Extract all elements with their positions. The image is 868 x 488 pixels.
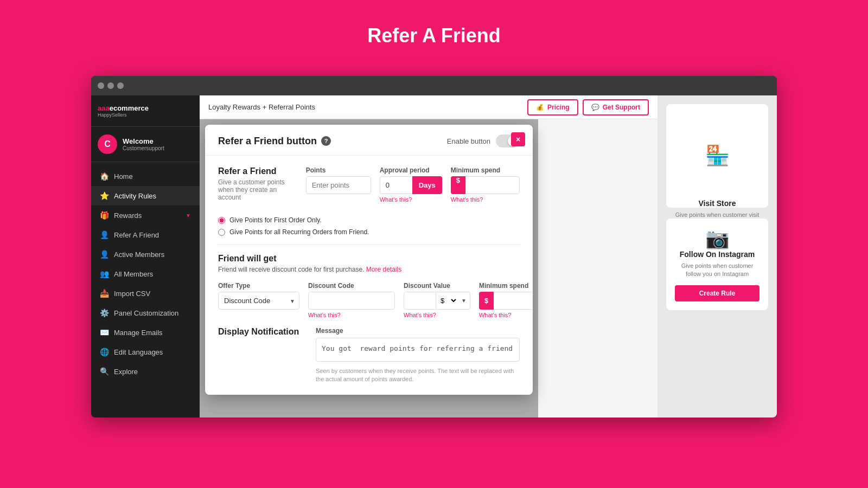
section2-title: Friend will get (218, 254, 520, 264)
minimum-spend-input[interactable] (465, 176, 520, 194)
min-spend-row: $ (479, 292, 533, 310)
currency-select[interactable]: $ % (436, 292, 458, 310)
sidebar-item-explore[interactable]: 🔍 Explore (91, 362, 200, 381)
section-refer-a-friend: Refer a Friend Give a customer points wh… (218, 166, 520, 236)
help-icon[interactable]: ? (321, 136, 331, 146)
offer-type-select[interactable]: Discount Code Percentage Free Shipping (218, 292, 299, 310)
create-rule-button[interactable]: Create Rule (675, 285, 760, 301)
display-notif-title: Display Notification (218, 327, 305, 337)
rewards-icon: 🎁 (100, 211, 108, 220)
sidebar-item-edit-languages[interactable]: 🌐 Edit Languages (91, 342, 200, 362)
message-textarea[interactable] (316, 338, 520, 362)
visit-store-card: 🏪 Visit Store Give points when customer … (666, 104, 768, 208)
section1-fields: Points Approval period Days (306, 166, 520, 203)
message-label: Message (316, 327, 520, 335)
discount-value-row: $ % ▼ (404, 292, 470, 310)
days-button[interactable]: Days (412, 176, 442, 194)
min-spend-input[interactable] (494, 292, 533, 310)
sidebar-item-home[interactable]: 🏠 Home (91, 166, 200, 186)
pricing-button[interactable]: 💰 Pricing (527, 99, 578, 115)
radio-first-order[interactable]: Give Points for First Order Only. (218, 216, 520, 224)
panel-icon: ⚙️ (100, 309, 108, 317)
sidebar-item-all-members[interactable]: 👥 All Members (91, 264, 200, 284)
approval-field-group: Approval period Days What's this? (380, 166, 442, 203)
header-buttons: 💰 Pricing 💬 Get Support (527, 99, 649, 115)
min-spend-whats-link[interactable]: What's this? (479, 312, 533, 318)
modal-overlay: Refer a Friend button ? Enable button × (200, 119, 538, 418)
minimum-whats-link[interactable]: What's this? (451, 196, 520, 203)
support-button[interactable]: 💬 Get Support (583, 99, 649, 115)
sidebar-item-label: Active Members (114, 251, 164, 259)
all-members-icon: 👥 (100, 269, 108, 278)
points-input[interactable] (306, 176, 371, 194)
main-header: Loyalty Rewards + Referral Points 💰 Pric… (200, 95, 658, 119)
browser-dot-1 (98, 82, 104, 89)
section1-desc: Give a customer points when they create … (218, 178, 297, 201)
sidebar-item-panel-customization[interactable]: ⚙️ Panel Customization (91, 303, 200, 323)
app-title: Loyalty Rewards + Referral Points (208, 103, 315, 111)
minimum-label: Minimum spend (451, 166, 520, 174)
browser-window: aaaecommerce HappySellers C Welcome Cust… (91, 76, 777, 418)
sidebar-item-label: Import CSV (114, 290, 150, 298)
radio-recurring[interactable]: Give Points for all Recurring Orders fro… (218, 228, 520, 236)
sidebar-item-label: Refer A Friend (114, 231, 159, 239)
offer-type-label: Offer Type (218, 282, 299, 290)
close-button[interactable]: × (511, 132, 525, 146)
refer-icon: 👤 (100, 230, 108, 239)
sidebar-item-refer-a-friend[interactable]: 👤 Refer A Friend (91, 225, 200, 245)
section-display-notification: Display Notification Message Seen by cus… (218, 327, 520, 384)
store-icon: 🏪 (675, 113, 760, 199)
modal-header: Refer a Friend button ? Enable button × (205, 125, 533, 156)
sidebar-item-activity-rules[interactable]: ⭐ Activity Rules (91, 186, 200, 206)
browser-dot-2 (107, 82, 114, 89)
offer-row: Offer Type Discount Code Percentage Free… (218, 282, 520, 318)
browser-body: aaaecommerce HappySellers C Welcome Cust… (91, 95, 777, 418)
section-friend-get: Friend will get Friend will receive disc… (218, 254, 520, 318)
section2-desc: Friend will receive discount code for fi… (218, 266, 520, 273)
discount-value-group: Discount Value $ % ▼ (404, 282, 470, 318)
modal-body: Refer a Friend Give a customer points wh… (205, 156, 533, 395)
visit-store-title: Visit Store (675, 199, 760, 208)
support-icon: 💬 (591, 104, 599, 111)
discount-value-label: Discount Value (404, 282, 470, 290)
sidebar-item-manage-emails[interactable]: ✉️ Manage Emails (91, 323, 200, 342)
sidebar-item-active-members[interactable]: 👤 Active Members (91, 245, 200, 264)
radio-recurring-input[interactable] (218, 229, 225, 236)
radio-group: Give Points for First Order Only. Give P… (218, 216, 520, 236)
radio-first-order-input[interactable] (218, 217, 225, 224)
discount-code-input[interactable] (308, 292, 395, 310)
approval-whats-link[interactable]: What's this? (380, 196, 442, 203)
section-divider (218, 245, 520, 245)
sidebar-item-import-csv[interactable]: 📥 Import CSV (91, 284, 200, 303)
chevron-down-icon: ▼ (186, 213, 191, 219)
logo-text: aaaecommerce (98, 104, 193, 112)
dollar-icon: $ (451, 176, 465, 194)
sidebar-item-label: Edit Languages (114, 348, 163, 356)
user-info: Welcome Customersupport (123, 137, 164, 151)
browser-titlebar (91, 76, 777, 95)
sidebar-item-label: Rewards (114, 211, 142, 220)
more-details-link[interactable]: More details (366, 266, 401, 273)
approval-input[interactable] (380, 176, 412, 194)
discount-value-whats-link[interactable]: What's this? (404, 312, 470, 318)
offer-type-select-wrapper: Discount Code Percentage Free Shipping ▼ (218, 292, 299, 310)
discount-code-whats-link[interactable]: What's this? (308, 312, 395, 318)
sidebar-item-label: Activity Rules (114, 192, 156, 200)
discount-value-input[interactable] (404, 292, 436, 310)
offer-type-group: Offer Type Discount Code Percentage Free… (218, 282, 299, 310)
discount-code-label: Discount Code (308, 282, 395, 290)
modal: Refer a Friend button ? Enable button × (205, 125, 533, 395)
modal-title: Refer a Friend button ? (218, 136, 331, 147)
min-spend-group: Minimum spend $ What's this? (479, 282, 533, 318)
sidebar-logo: aaaecommerce HappySellers (91, 95, 200, 127)
modal-enable: Enable button (447, 134, 520, 147)
right-panel: 🏪 Visit Store Give points when customer … (658, 95, 777, 418)
notif-hint: Seen by customers when they receive poin… (316, 367, 520, 384)
radio-first-order-label: Give Points for First Order Only. (229, 216, 322, 224)
user-name: Welcome (123, 137, 164, 145)
email-icon: ✉️ (100, 328, 108, 337)
minimum-input-group: $ (451, 176, 520, 194)
main-content: Loyalty Rewards + Referral Points 💰 Pric… (200, 95, 658, 418)
pricing-label: Pricing (547, 104, 570, 111)
sidebar-item-rewards[interactable]: 🎁 Rewards ▼ (91, 206, 200, 225)
